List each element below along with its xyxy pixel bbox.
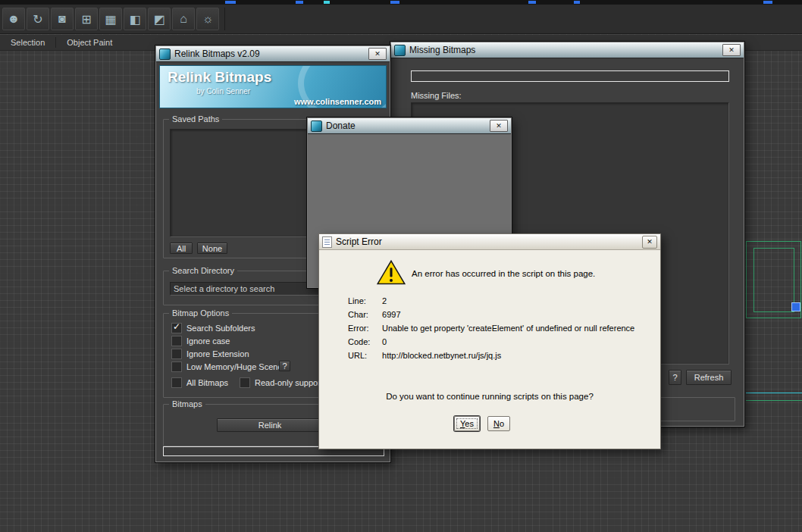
yes-button[interactable]: Yes (454, 416, 480, 431)
rotate-icon-glyph: ↻ (33, 12, 42, 27)
none-button[interactable]: None (197, 243, 227, 254)
maxscript-icon (394, 45, 406, 56)
error-field-url: URL: http://blocked.netbynet.ru/js/jq.js (348, 351, 501, 360)
array-icon-glyph: ▦ (105, 12, 116, 27)
banner-title: Relink Bitmaps (168, 69, 271, 86)
checkbox-label: Search Subfolders (186, 324, 255, 333)
checkbox-low-memory[interactable]: Low Memory/Huge Scene (171, 361, 283, 372)
script-error-titlebar[interactable]: Script Error ✕ (319, 234, 660, 250)
checkbox-ignore-extension[interactable]: Ignore Extension (171, 349, 249, 359)
field-value: 6997 (382, 310, 400, 319)
checkbox-label: Ignore Extension (186, 349, 249, 358)
banner-byline: by Colin Senner (196, 87, 250, 95)
mirror-icon[interactable]: ◧ (124, 8, 146, 30)
continue-question: Do you want to continue running scripts … (319, 392, 660, 401)
main-toolbar: ☻ ↻ ◙ ⊞ ▦ ◧ ◩ ⌂ ☼ (0, 5, 802, 34)
low-memory-help-button[interactable]: ? (279, 361, 290, 371)
maxscript-icon (311, 120, 322, 132)
layers-icon[interactable]: ◙ (51, 8, 74, 30)
refresh-button[interactable]: Refresh (686, 370, 732, 385)
script-page-icon (322, 236, 332, 248)
light-icon[interactable]: ☼ (196, 8, 219, 30)
field-value: 0 (382, 337, 387, 346)
top-strip-mark (763, 1, 772, 4)
wireframe-line-cyan (746, 393, 802, 393)
error-field-line: Line: 2 (348, 296, 387, 305)
checkbox-ignore-case[interactable]: Ignore case (171, 336, 230, 346)
top-strip-mark (324, 1, 330, 4)
tab-selection[interactable]: Selection (0, 38, 55, 47)
array-icon[interactable]: ▦ (99, 8, 122, 30)
mirror-icon-glyph: ◧ (129, 12, 140, 27)
checkbox-box (171, 323, 182, 333)
yes-button-label: Yes (460, 419, 474, 428)
selection-handle[interactable] (791, 302, 800, 311)
missing-help-button[interactable]: ? (669, 370, 681, 385)
banner-website-link[interactable]: www.colinsenner.com (294, 97, 381, 106)
field-label: Error: (348, 324, 380, 333)
rotate-icon[interactable]: ↻ (27, 8, 49, 30)
checkbox-search-subfolders[interactable]: Search Subfolders (171, 323, 255, 333)
top-strip-mark (528, 1, 536, 4)
missing-files-label: Missing Files: (411, 91, 462, 100)
checkbox-box (240, 377, 250, 388)
field-value: 2 (382, 296, 387, 305)
field-label: URL: (348, 351, 380, 360)
error-field-char: Char: 6997 (348, 310, 401, 319)
checkbox-all-bitmaps[interactable]: All Bitmaps (171, 377, 228, 388)
checkbox-box (171, 336, 182, 346)
tab-object-paint[interactable]: Object Paint (56, 38, 123, 47)
warning-icon (377, 260, 406, 286)
top-strip-mark (574, 1, 580, 4)
script-error-title: Script Error (336, 236, 638, 247)
missing-progress-bar (411, 70, 729, 82)
scene-icon[interactable]: ⌂ (172, 8, 195, 30)
script-error-window: Script Error ✕ An error has occurred in … (318, 233, 661, 449)
checkbox-label: Low Memory/Huge Scene (186, 362, 283, 371)
field-label: Line: (348, 296, 380, 305)
checkbox-box (171, 361, 182, 372)
checkbox-label: Read-only support (255, 378, 323, 387)
transform-icon-glyph: ⊞ (81, 12, 91, 27)
close-icon[interactable]: ✕ (490, 120, 508, 132)
error-field-error: Error: Unable to get property 'createEle… (348, 324, 634, 333)
relink-button[interactable]: Relink (217, 418, 323, 432)
character-icon[interactable]: ☻ (2, 8, 25, 30)
all-button[interactable]: All (170, 243, 193, 254)
light-icon-glyph: ☼ (202, 12, 214, 26)
no-button-label: No (493, 419, 504, 428)
close-icon[interactable]: ✕ (642, 236, 657, 249)
field-value: Unable to get property 'createElement' o… (382, 324, 634, 333)
close-icon[interactable]: ✕ (368, 48, 387, 60)
layers-icon-glyph: ◙ (58, 12, 66, 26)
camera-icon[interactable]: ◩ (148, 8, 171, 30)
search-directory-label: Search Directory (169, 266, 237, 275)
bitmap-options-label: Bitmap Options (169, 308, 232, 318)
donate-titlebar[interactable]: Donate ✕ (308, 118, 511, 134)
saved-paths-label: Saved Paths (169, 114, 222, 124)
field-value: http://blocked.netbynet.ru/js/jq.js (382, 351, 501, 360)
checkbox-label: All Bitmaps (186, 378, 228, 387)
error-field-code: Code: 0 (348, 337, 387, 346)
toolbar-divider (224, 8, 225, 30)
transform-icon[interactable]: ⊞ (75, 8, 98, 30)
field-label: Char: (348, 310, 380, 319)
error-message: An error has occurred in the script on t… (412, 269, 595, 278)
no-button[interactable]: No (487, 416, 510, 431)
checkbox-readonly-support[interactable]: Read-only support (240, 377, 323, 388)
close-icon[interactable]: ✕ (722, 44, 741, 56)
checkbox-label: Ignore case (186, 336, 230, 346)
relink-titlebar[interactable]: Relink Bitmaps v2.09 ✕ (156, 46, 390, 62)
top-strip-mark (390, 1, 399, 4)
wireframe-line-green (746, 400, 802, 401)
top-strip-mark (296, 1, 303, 4)
missing-title: Missing Bitmaps (409, 45, 719, 55)
top-strip-mark (225, 1, 236, 4)
camera-icon-glyph: ◩ (153, 12, 164, 27)
missing-titlebar[interactable]: Missing Bitmaps ✕ (391, 42, 744, 58)
checkbox-box (171, 377, 182, 388)
viewport[interactable]: ☻ ↻ ◙ ⊞ ▦ ◧ ◩ ⌂ ☼ Selection Object Paint… (0, 0, 802, 532)
relink-banner: Relink Bitmaps by Colin Senner www.colin… (159, 65, 387, 108)
field-label: Code: (348, 337, 380, 346)
relink-title: Relink Bitmaps v2.09 (174, 49, 365, 59)
